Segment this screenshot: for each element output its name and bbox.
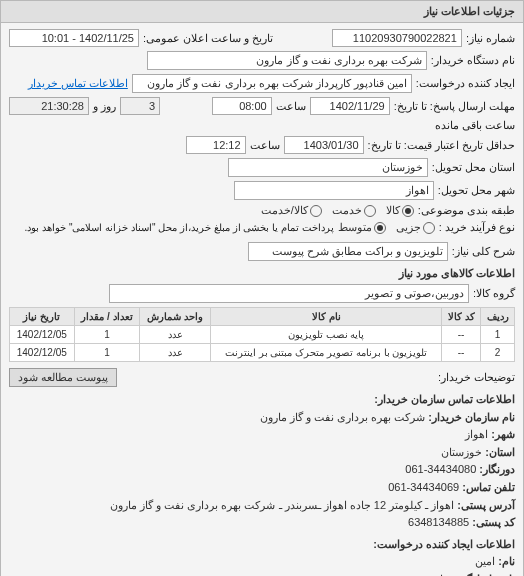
buyer-contact-link[interactable]: اطلاعات تماس خریدار — [28, 77, 128, 90]
cell-name: تلویزیون با برنامه تصویر متحرک مبتنی بر … — [211, 344, 442, 362]
radio-both[interactable] — [310, 205, 322, 217]
contact-address-label: آدرس پستی: — [457, 499, 515, 511]
subject-type-label: طبقه بندی موضوعی: — [418, 204, 515, 217]
radio-medium-label: متوسط — [338, 221, 372, 234]
radio-medium[interactable] — [374, 222, 386, 234]
remain-suffix-label: ساعت باقی مانده — [435, 119, 515, 132]
th-code: کد کالا — [442, 308, 481, 326]
purchase-type-label: نوع فرآیند خرید : — [439, 221, 515, 234]
req-name-label: نام: — [498, 555, 515, 567]
group-label: گروه کالا: — [473, 287, 515, 300]
contact-fax: 34434080-061 — [405, 463, 476, 475]
cell-idx: 1 — [481, 326, 515, 344]
need-desc-field: تلویزیون و براکت مطابق شرح پیوست — [248, 242, 448, 261]
days-and-label: روز و — [93, 100, 116, 113]
need-number-field: 11020930790022821 — [332, 29, 462, 47]
contact-province-label: استان: — [485, 446, 515, 458]
time-label-2: ساعت — [250, 139, 280, 152]
need-number-label: شماره نیاز: — [466, 32, 515, 45]
contact-postal: 6348134885 — [408, 516, 469, 528]
response-date-field: 1402/11/29 — [310, 97, 390, 115]
remain-time-field: 21:30:28 — [9, 97, 89, 115]
req-name: امین — [475, 555, 495, 567]
time-label-1: ساعت — [276, 100, 306, 113]
purchase-type-group: جزیی متوسط — [338, 221, 435, 234]
buyer-org-field: شرکت بهره برداری نفت و گاز مارون — [147, 51, 427, 70]
radio-minor[interactable] — [423, 222, 435, 234]
contact-phone: 34434069-061 — [388, 481, 459, 493]
th-idx: ردیف — [481, 308, 515, 326]
contact-postal-label: کد پستی: — [472, 516, 515, 528]
city-field: اهواز — [234, 181, 434, 200]
remain-days-field: 3 — [120, 97, 160, 115]
requester-label: ایجاد کننده درخواست: — [416, 77, 515, 90]
response-time-field: 08:00 — [212, 97, 272, 115]
radio-service-label: خدمت — [332, 204, 362, 217]
pub-datetime-label: تاریخ و ساعت اعلان عمومی: — [143, 32, 273, 45]
cell-unit: عدد — [140, 344, 211, 362]
buyer-org-label: نام دستگاه خریدار: — [431, 54, 515, 67]
province-field: خوزستان — [228, 158, 428, 177]
purchase-note: پرداخت تمام یا بخشی از مبلغ خرید،از محل … — [25, 222, 334, 233]
contact-city: اهواز — [465, 428, 488, 440]
th-name: نام کالا — [211, 308, 442, 326]
th-date: تاریخ نیاز — [10, 308, 75, 326]
city-label: شهر محل تحویل: — [438, 184, 515, 197]
th-unit: واحد شمارش — [140, 308, 211, 326]
response-deadline-label: مهلت ارسال پاسخ: تا تاریخ: — [394, 100, 515, 113]
validity-label: حداقل تاریخ اعتبار قیمت: تا تاریخ: — [368, 139, 515, 152]
contact-city-label: شهر: — [491, 428, 515, 440]
group-field: دوربین،صوتی و تصویر — [109, 284, 469, 303]
radio-service[interactable] — [364, 205, 376, 217]
need-desc-label: شرح کلی نیاز: — [452, 245, 515, 258]
contact-title: اطلاعات تماس سازمان خریدار: — [9, 391, 515, 409]
radio-goods[interactable] — [402, 205, 414, 217]
attachment-button[interactable]: پیوست مطالعه شود — [9, 368, 117, 387]
contact-phone-label: تلفن تماس: — [462, 481, 515, 493]
subject-type-group: کالا خدمت کالا/خدمت — [261, 204, 414, 217]
cell-date: 1402/12/05 — [10, 344, 75, 362]
validity-time-field: 12:12 — [186, 136, 246, 154]
cell-date: 1402/12/05 — [10, 326, 75, 344]
contact-fax-label: دورنگار: — [479, 463, 515, 475]
radio-minor-label: جزیی — [396, 221, 421, 234]
table-row: 2 -- تلویزیون با برنامه تصویر متحرک مبتن… — [10, 344, 515, 362]
items-section-title: اطلاعات کالاهای مورد نیاز — [9, 267, 515, 280]
cell-qty: 1 — [74, 344, 140, 362]
radio-goods-label: کالا — [386, 204, 400, 217]
items-table: ردیف کد کالا نام کالا واحد شمارش تعداد /… — [9, 307, 515, 362]
cell-unit: عدد — [140, 326, 211, 344]
requester-field: امین قنادپور کارپرداز شرکت بهره برداری ن… — [132, 74, 412, 93]
contact-org: شرکت بهره برداری نفت و گاز مارون — [260, 411, 425, 423]
cell-code: -- — [442, 326, 481, 344]
cell-code: -- — [442, 344, 481, 362]
buyer-notes-label: توضیحات خریدار: — [438, 371, 515, 384]
cell-name: پایه نصب تلویزیون — [211, 326, 442, 344]
table-row: 1 -- پایه نصب تلویزیون عدد 1 1402/12/05 — [10, 326, 515, 344]
cell-qty: 1 — [74, 326, 140, 344]
requester-contact-title: اطلاعات ایجاد کننده درخواست: — [9, 536, 515, 554]
cell-idx: 2 — [481, 344, 515, 362]
validity-date-field: 1403/01/30 — [284, 136, 364, 154]
contact-address: اهواز ـ کیلومتر 12 جاده اهواز ـسربندر ـ … — [110, 499, 454, 511]
th-qty: تعداد / مقدار — [74, 308, 140, 326]
contact-org-label: نام سازمان خریدار: — [428, 411, 515, 423]
pub-datetime-field: 1402/11/25 - 10:01 — [9, 29, 139, 47]
radio-both-label: کالا/خدمت — [261, 204, 308, 217]
panel-title: جزئیات اطلاعات نیاز — [1, 1, 523, 23]
province-label: استان محل تحویل: — [432, 161, 515, 174]
contact-province: خوزستان — [441, 446, 482, 458]
